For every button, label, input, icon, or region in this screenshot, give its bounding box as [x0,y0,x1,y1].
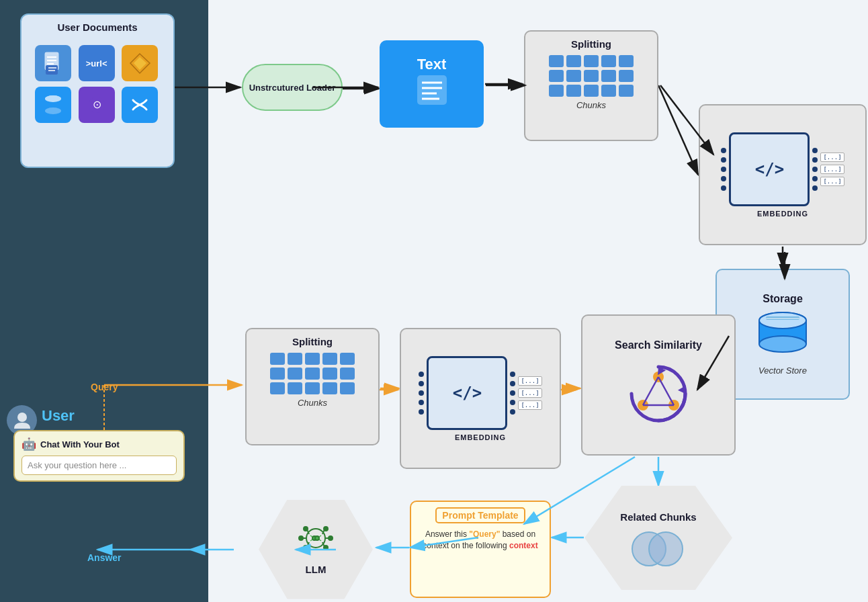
loader-node: Unstrcutured Loader [242,64,343,111]
chunk-cell [340,382,355,394]
chunks-label-top: Chunks [576,100,606,110]
storage-subtitle: Vector Store [758,366,807,376]
dot [721,167,726,172]
storage-title: Storage [763,293,803,305]
embedding-top-title: EMBEDDING [757,210,808,218]
chunk-cell [619,55,634,67]
chat-bot-header: 🤖 Chat With Your Bot [21,437,177,452]
embedding-dots-left [721,148,726,191]
doc-icon-url: >url< [79,45,115,81]
loader-label: Unstrcutured Loader [249,83,336,93]
dot [419,372,424,377]
chunk-cell [270,368,285,380]
docs-icons-grid: >url< ⊙ [28,38,167,130]
svg-point-62 [329,536,333,540]
llm-icon [296,523,336,560]
embedding-dots-right-b [510,372,515,415]
chunk-cell [340,353,355,365]
dot [721,185,726,191]
dot [510,390,515,396]
doc-icon-database [35,87,71,123]
llm-label: LLM [306,564,327,575]
chunk-cell [305,353,320,365]
splitting-bottom-title: Splitting [292,336,333,347]
embedding-top-node: </> [...] [...] [...] EMBEDDING [699,104,867,245]
svg-point-61 [299,536,303,540]
doc-icon-document [35,45,71,81]
chunk-cell [288,353,302,365]
svg-point-39 [759,312,806,329]
chunk-cell [566,85,581,97]
chunk-cell [601,55,616,67]
svg-point-56 [315,536,319,540]
chunks-grid-bottom [270,353,355,394]
chunk-cell [322,353,337,365]
prompt-template-node: Prompt Template Answer this "Query" base… [410,501,551,598]
neural-code-box-b: </> [427,356,507,430]
embedding-dots-right [812,148,818,191]
bracket-row: [...] [820,153,844,162]
svg-text:⊙: ⊙ [92,99,101,110]
dot [812,167,818,172]
svg-point-58 [324,527,328,531]
search-title: Search Similarity [615,339,702,351]
code-symbol-b: </> [453,384,482,402]
search-similarity-node: Search Similarity [581,314,736,456]
doc-icon-github: ⊙ [79,87,115,123]
bracket-row: [...] [820,177,844,186]
svg-rect-41 [766,318,799,319]
chunk-cell [340,368,355,380]
bracket-row-b: [...] [518,400,541,410]
user-documents-box: User Documents >url< ⊙ [20,13,175,168]
venn-diagram [632,531,685,568]
text-icon [415,73,449,113]
chunks-grid-top [549,55,634,97]
chat-bot-title: Chat With Your Bot [40,439,120,449]
chunk-cell [322,382,337,394]
svg-line-46 [643,377,658,405]
dot [721,176,726,181]
answer-label: Answer [87,552,122,563]
embedding-top-visual: </> [...] [...] [...] [721,132,844,206]
prompt-context-word: context [509,541,538,550]
svg-rect-31 [417,75,447,105]
bracket-col-b: [...] [...] [...] [518,376,541,410]
dot [419,381,424,386]
chat-input-placeholder[interactable]: Ask your question here ... [21,456,177,475]
splitting-top-node: Splitting Chunks [524,30,658,141]
dot [510,400,515,405]
chat-bot-box: 🤖 Chat With Your Bot Ask your question h… [13,430,185,482]
database-icon [752,308,813,362]
svg-point-57 [304,527,308,531]
chunk-cell [566,70,581,82]
dot [419,409,424,415]
chunk-cell [549,70,564,82]
chunk-cell [322,368,337,380]
robot-icon: 🤖 [21,437,36,452]
prompt-text-1: Answer this [425,529,469,539]
splitting-top-title: Splitting [571,38,611,50]
chunk-cell [305,368,320,380]
bracket-row-b: [...] [518,388,541,398]
dot [419,400,424,405]
query-label: Query [91,382,118,392]
dot [510,409,515,415]
chunk-cell [619,85,634,97]
dot [510,372,515,377]
diagram-area: Unstrcutured Loader Text Splitting C [208,0,868,602]
chunk-cell [601,85,616,97]
svg-point-38 [759,336,806,352]
chunk-cell [584,55,599,67]
chunk-cell [288,368,302,380]
chunk-cell [601,70,616,82]
svg-point-13 [45,95,61,102]
user-label: User [42,395,75,423]
related-chunks-title: Related Chunks [620,501,696,523]
text-node: Text [380,40,484,128]
venn-circle-2 [648,531,683,566]
storage-node: Storage Vector Store [715,269,850,400]
chunk-cell [270,382,285,394]
text-label: Text [417,56,447,73]
chunk-cell [566,55,581,67]
embedding-bottom-node: </> [...] [...] [...] EMBEDDING [400,328,561,469]
